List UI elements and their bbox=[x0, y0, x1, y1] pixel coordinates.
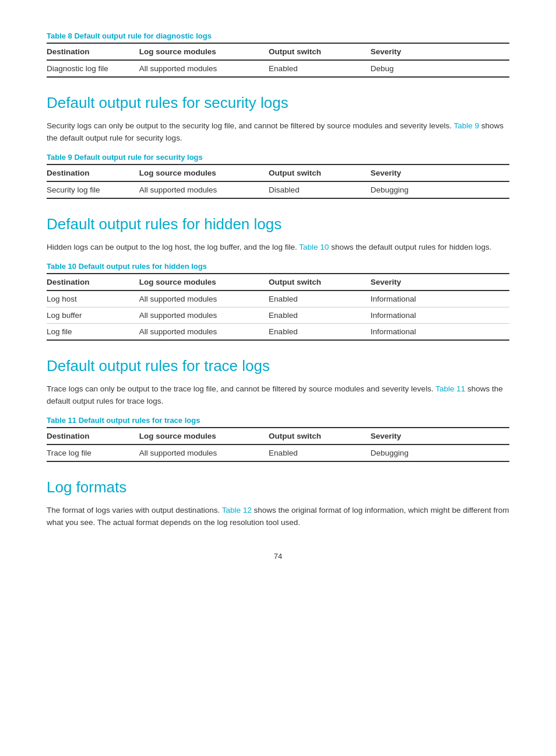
section-logformats-body: The format of logs varies with output de… bbox=[47, 505, 509, 529]
table10: Destination Log source modules Output sw… bbox=[47, 273, 509, 341]
table8: Destination Log source modules Output sw… bbox=[47, 43, 509, 78]
section-hidden-body2: shows the default output rules for hidde… bbox=[331, 243, 491, 251]
table8-caption: Table 8 Default output rule for diagnost… bbox=[47, 32, 509, 40]
table8-col-log-source: Log source modules bbox=[139, 43, 269, 60]
table9-col-log-source: Log source modules bbox=[139, 164, 269, 181]
section-hidden-title: Default output rules for hidden logs bbox=[47, 215, 509, 233]
table10-caption: Table 10 Default output rules for hidden… bbox=[47, 262, 509, 271]
section-trace-title: Default output rules for trace logs bbox=[47, 357, 509, 375]
table9-col-destination: Destination bbox=[47, 164, 139, 181]
page-number: 74 bbox=[47, 552, 509, 561]
table10-col-output: Output switch bbox=[269, 274, 371, 290]
table11-col-destination: Destination bbox=[47, 428, 139, 444]
table9-link[interactable]: Table 9 bbox=[453, 121, 479, 130]
section-security-body: Security logs can only be output to the … bbox=[47, 120, 509, 145]
table10-row1-destination: Log host bbox=[47, 290, 139, 307]
section-logformats-title: Log formats bbox=[47, 478, 509, 496]
table9-row1-logsource: All supported modules bbox=[139, 181, 269, 198]
table-row: Log file All supported modules Enabled I… bbox=[47, 323, 509, 340]
table10-row2-logsource: All supported modules bbox=[139, 307, 269, 323]
table-row: Security log file All supported modules … bbox=[47, 181, 509, 198]
table-row: Diagnostic log file All supported module… bbox=[47, 60, 509, 77]
table12-link[interactable]: Table 12 bbox=[222, 506, 252, 514]
table10-link[interactable]: Table 10 bbox=[299, 243, 329, 251]
table8-row1-destination: Diagnostic log file bbox=[47, 60, 139, 77]
section-security-body1: Security logs can only be output to the … bbox=[47, 121, 452, 130]
table11-caption: Table 11 Default output rules for trace … bbox=[47, 416, 509, 425]
table9-col-output: Output switch bbox=[269, 164, 371, 181]
table9-caption: Table 9 Default output rule for security… bbox=[47, 153, 509, 162]
table11-col-output: Output switch bbox=[269, 428, 371, 444]
table10-row1-output: Enabled bbox=[269, 290, 371, 307]
table10-row3-output: Enabled bbox=[269, 323, 371, 340]
table11-row1-severity: Debugging bbox=[371, 444, 509, 461]
table10-col-severity: Severity bbox=[371, 274, 509, 290]
table8-col-output: Output switch bbox=[269, 43, 371, 60]
table8-row1-severity: Debug bbox=[371, 60, 509, 77]
table11-row1-logsource: All supported modules bbox=[139, 444, 269, 461]
table-row: Log buffer All supported modules Enabled… bbox=[47, 307, 509, 323]
section-trace-body: Trace logs can only be output to the tra… bbox=[47, 383, 509, 408]
table8-col-severity: Severity bbox=[371, 43, 509, 60]
table10-row1-logsource: All supported modules bbox=[139, 290, 269, 307]
table10-col-destination: Destination bbox=[47, 274, 139, 290]
table10-col-log-source: Log source modules bbox=[139, 274, 269, 290]
table11: Destination Log source modules Output sw… bbox=[47, 427, 509, 462]
table11-link[interactable]: Table 11 bbox=[435, 384, 465, 393]
table10-row2-severity: Informational bbox=[371, 307, 509, 323]
table8-col-destination: Destination bbox=[47, 43, 139, 60]
table10-row2-destination: Log buffer bbox=[47, 307, 139, 323]
table11-col-log-source: Log source modules bbox=[139, 428, 269, 444]
table9-row1-severity: Debugging bbox=[371, 181, 509, 198]
table10-row3-severity: Informational bbox=[371, 323, 509, 340]
table9-row1-output: Disabled bbox=[269, 181, 371, 198]
table10-row3-logsource: All supported modules bbox=[139, 323, 269, 340]
section-hidden-body1: Hidden logs can be output to the log hos… bbox=[47, 243, 297, 251]
table-row: Trace log file All supported modules Ena… bbox=[47, 444, 509, 461]
table9-row1-destination: Security log file bbox=[47, 181, 139, 198]
table11-col-severity: Severity bbox=[371, 428, 509, 444]
table8-row1-output: Enabled bbox=[269, 60, 371, 77]
table11-row1-destination: Trace log file bbox=[47, 444, 139, 461]
table9: Destination Log source modules Output sw… bbox=[47, 164, 509, 199]
table11-row1-output: Enabled bbox=[269, 444, 371, 461]
table10-row2-output: Enabled bbox=[269, 307, 371, 323]
table8-row1-logsource: All supported modules bbox=[139, 60, 269, 77]
table-row: Log host All supported modules Enabled I… bbox=[47, 290, 509, 307]
section-trace-body1: Trace logs can only be output to the tra… bbox=[47, 384, 434, 393]
section-security-title: Default output rules for security logs bbox=[47, 94, 509, 112]
table9-col-severity: Severity bbox=[371, 164, 509, 181]
section-logformats-body1: The format of logs varies with output de… bbox=[47, 506, 220, 514]
table10-row3-destination: Log file bbox=[47, 323, 139, 340]
section-hidden-body: Hidden logs can be output to the log hos… bbox=[47, 242, 509, 254]
table10-row1-severity: Informational bbox=[371, 290, 509, 307]
